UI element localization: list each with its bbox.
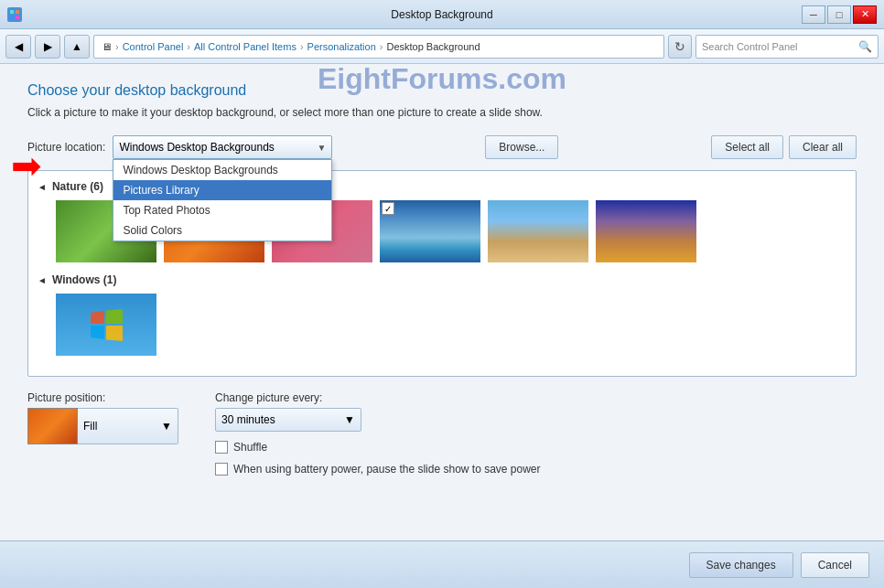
main-content: Choose your desktop background Click a p… (0, 64, 884, 540)
position-value: Fill (83, 420, 97, 433)
dropdown-item-pictures-library[interactable]: Pictures Library (113, 180, 331, 200)
maximize-button[interactable]: □ (827, 5, 851, 24)
shuffle-checkbox[interactable] (215, 441, 228, 454)
refresh-button[interactable]: ↻ (668, 35, 692, 59)
nature-group-arrow: ◄ (38, 182, 47, 192)
windows-group-label: Windows (1) (52, 273, 117, 286)
nature-image-4[interactable]: ✓ (380, 200, 480, 262)
right-buttons: Select all Clear all (711, 135, 857, 159)
search-box[interactable]: Search Control Panel 🔍 (695, 35, 879, 59)
change-picture-value: 30 minutes (221, 413, 275, 426)
svg-rect-0 (10, 10, 14, 14)
windows-image-grid: ✓ (56, 294, 846, 356)
window-icon (7, 7, 22, 22)
svg-marker-7 (106, 326, 123, 341)
windows-group-header[interactable]: ◄ Windows (1) (38, 273, 846, 286)
change-dropdown-arrow: ▼ (344, 413, 355, 426)
position-thumbnail (27, 408, 78, 444)
window-title: Desktop Background (391, 8, 492, 21)
breadcrumb-current: Desktop Background (386, 41, 480, 52)
picture-location-row: Picture location: Windows Desktop Backgr… (27, 135, 857, 159)
svg-marker-5 (106, 309, 123, 324)
search-icon: 🔍 (858, 40, 872, 53)
position-label: Picture position: (27, 391, 178, 404)
change-picture-section: Change picture every: 30 minutes ▼ Shuff… (215, 391, 541, 476)
shuffle-label: Shuffle (233, 441, 267, 454)
select-all-button[interactable]: Select all (711, 135, 783, 159)
save-changes-button[interactable]: Save changes (689, 552, 793, 578)
nature-image-6[interactable] (596, 200, 696, 262)
position-section: Picture position: Fill ▼ (27, 391, 178, 444)
battery-checkbox[interactable] (215, 463, 228, 476)
browse-button[interactable]: Browse... (485, 135, 558, 159)
cancel-button[interactable]: Cancel (801, 552, 869, 578)
minimize-button[interactable]: ─ (802, 5, 825, 24)
dropdown-item-solid-colors[interactable]: Solid Colors (113, 220, 331, 241)
dropdown-item-windows-desktop[interactable]: Windows Desktop Backgrounds (113, 160, 331, 180)
nature-image-4-check: ✓ (382, 202, 394, 215)
breadcrumb-control-panel[interactable]: Control Panel (123, 41, 184, 52)
svg-marker-6 (91, 326, 104, 339)
breadcrumb-icon: 🖥 (102, 41, 112, 52)
picture-location-dropdown[interactable]: Windows Desktop Backgrounds ▼ (113, 135, 332, 159)
picture-location-label: Picture location: (27, 141, 105, 154)
nature-group-label: Nature (6) (52, 180, 103, 193)
page-subtitle: Click a picture to make it your desktop … (27, 106, 857, 119)
close-button[interactable]: ✕ (853, 5, 877, 24)
bottom-controls: Picture position: Fill ▼ Change picture … (27, 391, 857, 476)
nature-image-5[interactable] (488, 200, 588, 262)
picture-location-menu: Windows Desktop Backgrounds Pictures Lib… (113, 159, 332, 241)
windows-group-arrow: ◄ (38, 275, 47, 285)
windows-image-1[interactable]: ✓ (56, 294, 156, 356)
back-button[interactable]: ◀ (5, 35, 31, 59)
dropdown-item-top-rated[interactable]: Top Rated Photos (113, 200, 331, 220)
svg-rect-2 (10, 16, 14, 19)
change-picture-label: Change picture every: (215, 391, 541, 404)
forward-button[interactable]: ▶ (35, 35, 60, 59)
shuffle-row: Shuffle (215, 441, 541, 454)
window-controls: ─ □ ✕ (802, 5, 877, 24)
title-bar: Desktop Background ─ □ ✕ (0, 0, 884, 29)
page-title: Choose your desktop background (27, 82, 857, 99)
svg-rect-1 (16, 10, 19, 14)
svg-rect-3 (16, 16, 19, 19)
breadcrumb-personalization[interactable]: Personalization (307, 41, 376, 52)
clear-all-button[interactable]: Clear all (789, 135, 857, 159)
battery-row: When using battery power, pause the slid… (215, 463, 541, 476)
address-bar: ◀ ▶ ▲ 🖥 › Control Panel › All Control Pa… (0, 29, 884, 64)
svg-marker-4 (91, 311, 104, 324)
breadcrumb-all-items[interactable]: All Control Panel Items (194, 41, 296, 52)
up-button[interactable]: ▲ (64, 35, 90, 59)
picture-location-value: Windows Desktop Backgrounds (119, 141, 274, 154)
position-preview: Fill ▼ (27, 408, 178, 444)
change-picture-dropdown[interactable]: 30 minutes ▼ (215, 408, 361, 432)
position-dropdown-arrow: ▼ (161, 420, 172, 433)
battery-label: When using battery power, pause the slid… (233, 463, 541, 476)
position-dropdown[interactable]: Fill ▼ (78, 408, 178, 444)
search-placeholder: Search Control Panel (702, 41, 798, 52)
dropdown-arrow-icon: ▼ (317, 143, 326, 153)
footer: Save changes Cancel (0, 540, 884, 588)
picture-location-dropdown-container: Windows Desktop Backgrounds ▼ Windows De… (113, 135, 332, 159)
breadcrumb: 🖥 › Control Panel › All Control Panel It… (93, 35, 664, 59)
